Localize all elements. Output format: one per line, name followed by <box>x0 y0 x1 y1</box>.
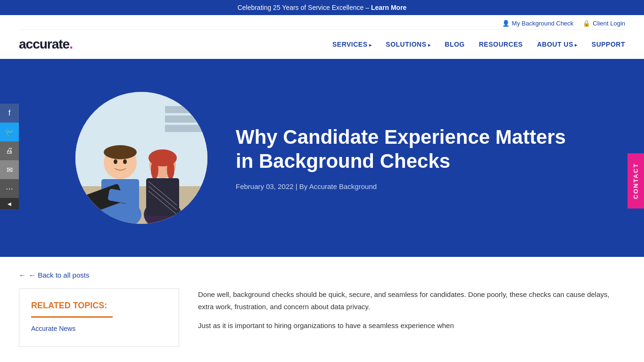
my-background-check-link[interactable]: 👤 My Background Check <box>502 20 574 27</box>
related-topics-divider <box>31 316 113 318</box>
client-login-link[interactable]: 🔒 Client Login <box>583 20 625 27</box>
print-icon: 🖨 <box>6 147 13 155</box>
banner-text: Celebrating 25 Years of Service Excellen… <box>238 4 371 11</box>
svg-point-10 <box>123 159 127 164</box>
svg-point-8 <box>104 145 137 159</box>
svg-point-16 <box>167 160 174 179</box>
svg-point-15 <box>151 160 158 179</box>
nav-item-about[interactable]: ABOUT US <box>537 40 578 49</box>
nav-item-solutions[interactable]: SOLUTIONS <box>386 40 430 49</box>
lock-icon: 🔒 <box>583 20 590 27</box>
facebook-share-button[interactable]: f <box>0 104 19 123</box>
article-paragraph-2: Just as it is important to hiring organi… <box>198 320 625 332</box>
email-icon: ✉ <box>7 165 13 174</box>
nav-link-solutions[interactable]: SOLUTIONS <box>386 41 430 48</box>
back-to-all-posts-link[interactable]: ← ← Back to all posts <box>19 271 625 279</box>
hero-title: Why Candidate Experience Matters in Back… <box>236 125 587 173</box>
article-paragraph-1: Done well, background checks should be q… <box>198 288 625 313</box>
svg-point-9 <box>114 159 117 164</box>
more-share-button[interactable]: ⋯ <box>0 179 19 198</box>
nav-item-resources[interactable]: RESOURCES <box>479 40 523 49</box>
hide-icon: ◀ <box>8 201 11 206</box>
email-share-button[interactable]: ✉ <box>0 160 19 179</box>
nav-link-resources[interactable]: RESOURCES <box>479 41 523 48</box>
svg-rect-1 <box>75 92 207 186</box>
banner-learn-more-link[interactable]: Learn More <box>371 4 406 11</box>
hero-image <box>75 92 207 224</box>
content-area: ← ← Back to all posts RELATED TOPICS: Ac… <box>0 257 644 362</box>
social-sidebar: f 🐦 🖨 ✉ ⋯ ◀ <box>0 104 19 209</box>
header: 👤 My Background Check 🔒 Client Login acc… <box>0 15 644 59</box>
related-topics-item[interactable]: Accurate News <box>31 325 167 332</box>
svg-rect-3 <box>165 115 203 123</box>
hero-section: Why Candidate Experience Matters in Back… <box>0 59 644 257</box>
back-link-text: ← Back to all posts <box>29 271 89 279</box>
nav-item-support[interactable]: SUPPORT <box>592 40 625 49</box>
nav-link-services[interactable]: SERVICES <box>332 41 372 48</box>
main-nav: SERVICES SOLUTIONS BLOG RESOURCES ABOUT … <box>332 40 625 49</box>
hide-sidebar-button[interactable]: ◀ <box>0 198 19 209</box>
related-topics-box: RELATED TOPICS: Accurate News <box>19 288 179 347</box>
logo[interactable]: accurate. <box>19 37 73 52</box>
logo-text: accurate <box>19 37 69 51</box>
nav-link-blog[interactable]: BLOG <box>445 41 464 48</box>
header-top: 👤 My Background Check 🔒 Client Login <box>19 15 625 30</box>
hero-meta: February 03, 2022 | By Accurate Backgrou… <box>236 182 587 190</box>
sidebar: RELATED TOPICS: Accurate News <box>19 288 179 347</box>
related-topics-title: RELATED TOPICS: <box>31 301 167 311</box>
person-icon: 👤 <box>502 20 510 27</box>
hero-text-block: Why Candidate Experience Matters in Back… <box>236 125 587 190</box>
print-button[interactable]: 🖨 <box>0 141 19 160</box>
nav-link-about[interactable]: ABOUT US <box>537 41 578 48</box>
facebook-icon: f <box>8 109 10 117</box>
svg-rect-2 <box>165 106 203 113</box>
svg-rect-4 <box>165 125 203 132</box>
article-content: Done well, background checks should be q… <box>198 288 625 347</box>
top-banner: Celebrating 25 Years of Service Excellen… <box>0 0 644 15</box>
nav-link-support[interactable]: SUPPORT <box>592 41 625 48</box>
nav-item-services[interactable]: SERVICES <box>332 40 372 49</box>
twitter-icon: 🐦 <box>5 128 14 137</box>
nav-item-blog[interactable]: BLOG <box>445 40 464 49</box>
twitter-share-button[interactable]: 🐦 <box>0 123 19 141</box>
back-arrow-icon: ← <box>19 271 26 279</box>
share-icon: ⋯ <box>6 184 13 193</box>
logo-dot: . <box>69 37 73 51</box>
contact-tab[interactable]: CONTACT <box>627 154 644 209</box>
header-nav: accurate. SERVICES SOLUTIONS BLOG RESOUR… <box>19 30 625 59</box>
